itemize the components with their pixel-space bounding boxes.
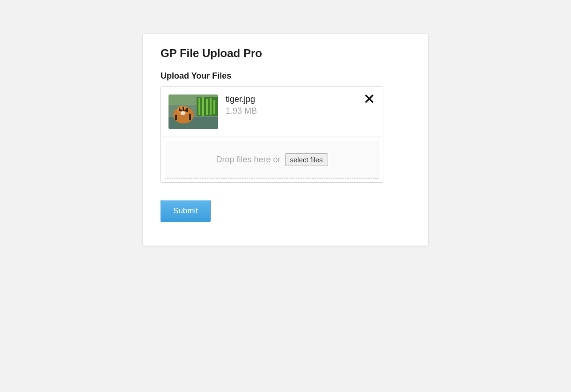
svg-point-18 xyxy=(181,111,185,115)
uploader: tiger.jpg 1.93 MB Drop files here or sel… xyxy=(161,87,383,183)
section-label: Upload Your Files xyxy=(161,71,410,81)
page-title: GP File Upload Pro xyxy=(161,47,410,60)
submit-button[interactable]: Submit xyxy=(161,200,211,222)
svg-rect-14 xyxy=(175,115,177,120)
svg-rect-3 xyxy=(198,98,200,115)
svg-rect-15 xyxy=(189,114,191,120)
file-size: 1.93 MB xyxy=(226,106,363,116)
svg-rect-6 xyxy=(210,98,212,115)
remove-file-button[interactable] xyxy=(363,94,375,103)
file-thumbnail xyxy=(168,94,218,129)
dropzone[interactable]: Drop files here or select files xyxy=(165,141,379,179)
file-name: tiger.jpg xyxy=(226,94,363,104)
svg-point-16 xyxy=(180,109,182,111)
svg-rect-5 xyxy=(206,99,208,115)
file-row: tiger.jpg 1.93 MB xyxy=(161,87,383,137)
upload-card: GP File Upload Pro Upload Your Files xyxy=(143,34,428,246)
svg-rect-4 xyxy=(202,97,204,116)
select-files-button[interactable]: select files xyxy=(285,153,328,166)
svg-rect-7 xyxy=(213,100,215,114)
close-icon xyxy=(365,94,373,103)
svg-rect-13 xyxy=(186,108,188,112)
svg-point-17 xyxy=(184,109,186,111)
file-meta: tiger.jpg 1.93 MB xyxy=(226,94,363,116)
dropzone-text: Drop files here or xyxy=(216,155,283,164)
svg-rect-12 xyxy=(183,107,184,111)
